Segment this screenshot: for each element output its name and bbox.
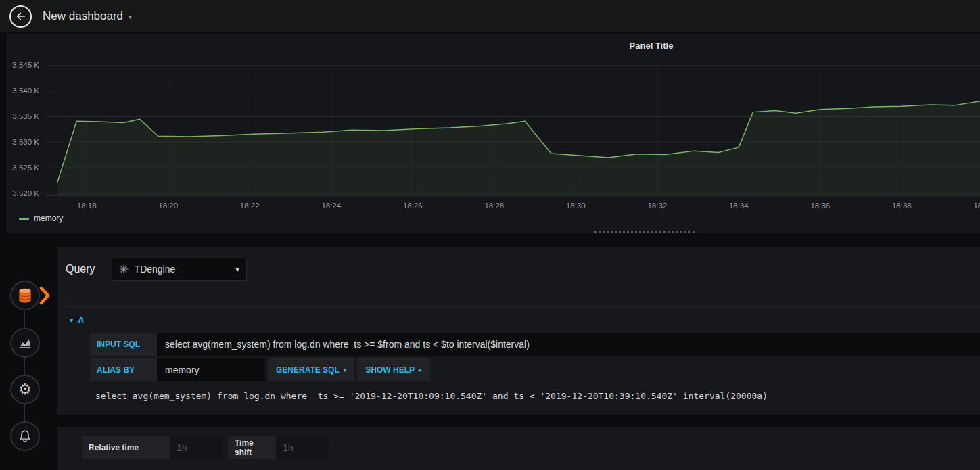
database-icon: [16, 287, 34, 304]
x-axis-tick-label: 18:18: [66, 202, 107, 210]
dashboard-title-dropdown[interactable]: New dashboard ▾: [43, 9, 132, 23]
generate-sql-label: GENERATE SQL: [276, 365, 340, 375]
tdengine-datasource-icon: [119, 264, 129, 274]
show-help-label: SHOW HELP: [365, 365, 415, 375]
x-axis-tick-label: 18:26: [392, 202, 433, 210]
gear-icon: ⚙: [18, 382, 32, 397]
back-button[interactable]: [9, 5, 32, 28]
input-sql-field[interactable]: [157, 333, 980, 356]
y-axis-tick-label: 3.525 K: [7, 164, 39, 172]
tabs-connector-line: [24, 296, 25, 436]
memory-line-chart: [46, 61, 980, 195]
bell-icon: [18, 429, 32, 444]
x-axis-tick-label: 18:40: [963, 202, 980, 210]
x-axis-tick-label: 18:36: [800, 202, 841, 210]
chevron-down-icon: ▾: [344, 367, 347, 373]
datasource-name: TDengine: [135, 264, 176, 275]
scrollbar-thumb[interactable]: [594, 231, 695, 233]
chart-icon: [18, 335, 32, 350]
legend-series-label[interactable]: memory: [34, 214, 63, 223]
chevron-down-icon: ▾: [236, 266, 239, 273]
top-navbar: New dashboard ▾: [0, 0, 980, 32]
input-sql-label: INPUT SQL: [90, 333, 157, 356]
back-arrow-icon: [16, 11, 26, 22]
chevron-right-icon: ▸: [419, 367, 422, 373]
legend[interactable]: memory: [19, 214, 63, 223]
tab-queries[interactable]: [10, 281, 40, 310]
query-section-title: Query: [66, 263, 95, 275]
time-options-section: Relative time Time shift: [57, 427, 980, 470]
active-tab-arrow-icon: [39, 286, 50, 305]
y-axis-tick-label: 3.545 K: [7, 61, 39, 69]
show-help-button[interactable]: SHOW HELP ▸: [357, 358, 429, 381]
dashboard-title: New dashboard: [43, 9, 123, 23]
panel-editor: ⚙ Query: [0, 247, 980, 470]
tab-alert[interactable]: [10, 421, 40, 451]
generated-sql-text: select avg(mem_system) from log.dn where…: [95, 391, 980, 401]
panel-title[interactable]: Panel Title: [611, 41, 692, 51]
graph-panel: Panel Title 3.545 K3.540 K3.535 K3.530 K…: [7, 34, 980, 233]
x-axis-tick-label: 18:38: [881, 202, 922, 210]
y-axis-tick-label: 3.520 K: [7, 189, 39, 197]
time-shift-field[interactable]: [276, 436, 329, 459]
legend-color-icon: [19, 218, 29, 220]
alias-by-label: ALIAS BY: [90, 358, 157, 381]
x-axis-tick-label: 18:24: [311, 202, 352, 210]
query-row-collapse[interactable]: ▾ A: [66, 312, 980, 327]
relative-time-label: Relative time: [82, 436, 170, 459]
x-axis-tick-label: 18:30: [555, 202, 596, 210]
query-section: Query TDengine ▾ ▾: [57, 247, 980, 415]
x-axis-tick-label: 18:34: [718, 202, 759, 210]
collapse-icon: ▾: [70, 316, 73, 324]
datasource-picker[interactable]: TDengine ▾: [112, 258, 247, 281]
tab-general[interactable]: ⚙: [10, 375, 40, 404]
tab-visualization[interactable]: [10, 328, 40, 358]
alias-by-field[interactable]: [157, 358, 265, 381]
query-ref-id: A: [78, 315, 84, 325]
x-axis-tick-label: 18:20: [148, 202, 189, 210]
generate-sql-button[interactable]: GENERATE SQL ▾: [268, 358, 354, 381]
panel-editor-tabs: ⚙: [0, 247, 57, 470]
x-axis-tick-label: 18:22: [229, 202, 270, 210]
chart-plot-area[interactable]: [46, 61, 980, 196]
x-axis-tick-label: 18:28: [474, 202, 515, 210]
chevron-down-icon: ▾: [129, 13, 132, 20]
y-axis-tick-label: 3.535 K: [7, 112, 39, 120]
y-axis-tick-label: 3.540 K: [7, 87, 39, 95]
time-shift-label: Time shift: [228, 436, 276, 459]
y-axis-tick-label: 3.530 K: [7, 138, 39, 146]
query-editor-main: Query TDengine ▾ ▾: [57, 247, 980, 470]
relative-time-field[interactable]: [170, 436, 223, 459]
x-axis-tick-label: 18:32: [637, 202, 678, 210]
